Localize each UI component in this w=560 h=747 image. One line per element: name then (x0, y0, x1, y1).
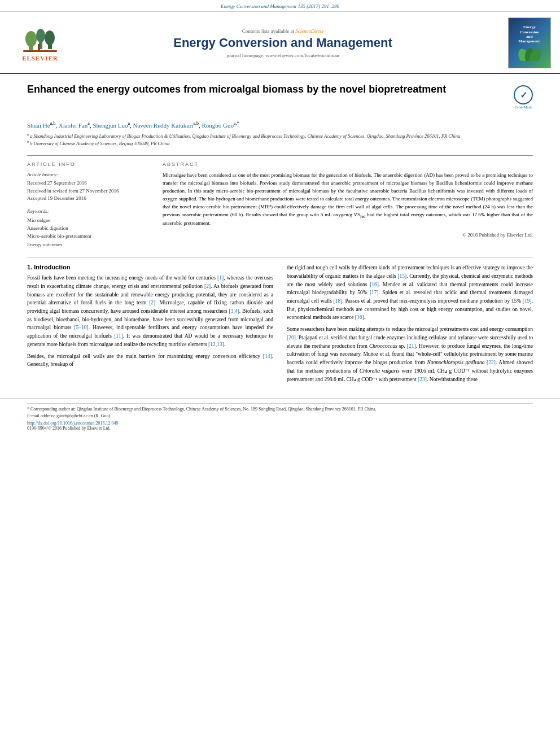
author-2[interactable]: Xiaolei Fan (59, 122, 88, 129)
ref-11[interactable]: [11] (114, 333, 123, 339)
crossmark-icon: ✓ (514, 85, 533, 104)
affiliation-a: a a Shandong Industrial Engineering Labo… (27, 132, 533, 140)
abstract-column: ABSTRACT Microalgae have been considered… (163, 161, 533, 248)
svg-point-3 (36, 29, 45, 42)
ref-2[interactable]: [2] (204, 283, 211, 289)
footer-divider (27, 403, 533, 404)
ref-1[interactable]: [1] (217, 275, 224, 281)
fed-subscript: fed (360, 214, 366, 219)
issn-line: 0196-8904/© 2016 Published by Elsevier L… (27, 426, 533, 431)
ref-14[interactable]: [14] (263, 353, 272, 359)
author-5[interactable]: Rongbo Guo (202, 122, 234, 129)
history-label: Article history: (27, 172, 151, 177)
article-title-section: Enhanced the energy outcomes from microa… (27, 83, 533, 114)
ref-21[interactable]: [21] (407, 343, 416, 349)
crossmark-badge: ✓ CrossMark (514, 85, 533, 110)
keyword-3: Micro-aerobic bio-pretreatment (27, 232, 151, 240)
corresponding-author-note: * Corresponding author at: Qingdao Insti… (27, 406, 533, 413)
journal-homepage: journal homepage: www.elsevier.com/locat… (71, 53, 495, 58)
journal-reference-bar: Energy Conversion and Management 135 (20… (0, 0, 560, 12)
elsevier-logo: ELSEVIER (22, 24, 58, 62)
author-4[interactable]: Naveen Reddy Katukuri (133, 122, 194, 129)
species-2: Nannochloropsis gaditana (427, 360, 484, 365)
journal-info-center: Contents lists available at ScienceDirec… (71, 28, 495, 58)
ref-16[interactable]: [16] (370, 282, 379, 287)
keywords-label: Keywords: (27, 208, 151, 214)
svg-rect-7 (38, 44, 40, 51)
author-3-sup: a (128, 121, 130, 126)
journal-cover-image: EnergyConversionandManagement (508, 18, 551, 68)
article-title: Enhanced the energy outcomes from microa… (27, 83, 507, 96)
body-divider (27, 257, 533, 258)
journal-title: Energy Conversion and Management (71, 36, 495, 50)
ref-5-10[interactable]: [5–10] (74, 325, 88, 330)
ref-3-4[interactable]: [3,4] (229, 308, 239, 314)
accepted-date: Accepted 19 December 2016 (27, 195, 151, 203)
species-3: Chlorella vulgaris (360, 368, 400, 374)
doi-link[interactable]: http://dx.doi.org/10.1016/j.enconman.201… (27, 421, 533, 426)
ref-22[interactable]: [22] (487, 360, 496, 365)
intro-para-1: Fossil fuels have been meeting the incre… (27, 274, 273, 348)
svg-point-5 (45, 30, 55, 45)
abstract-header: ABSTRACT (163, 161, 533, 167)
author-2-sup: a (88, 121, 90, 126)
email-note: E-mail address: guorb@qibebt.ac.cn (R. G… (27, 413, 533, 420)
ref-19[interactable]: [19] (523, 298, 532, 304)
intro-right-para-2: Some researchers have been making attemp… (287, 325, 533, 383)
article-info-column: ARTICLE INFO Article history: Received 2… (27, 161, 151, 248)
author-3[interactable]: Shengjun Luo (93, 122, 128, 129)
keywords-section: Keywords: Microalgae Anaerobic digestion… (27, 208, 151, 249)
journal-ref-text: Energy Conversion and Management 135 (20… (221, 3, 339, 9)
intro-para-2: Besides, the microalgal cell walls are t… (27, 352, 273, 369)
ref-2b[interactable]: [2] (149, 300, 155, 305)
keyword-4: Energy outcomes (27, 241, 151, 248)
main-content: Enhanced the energy outcomes from microa… (0, 74, 560, 398)
elsevier-text: ELSEVIER (22, 55, 58, 62)
ref-12-13[interactable]: [12,13] (208, 342, 224, 347)
body-right-column: the rigid and tough cell walls by differ… (287, 264, 533, 387)
article-info-abstract-section: ARTICLE INFO Article history: Received 2… (27, 155, 533, 248)
author-1[interactable]: Shuai He (27, 122, 50, 129)
ref-23[interactable]: [23] (418, 377, 427, 382)
ref-15[interactable]: [15] (397, 273, 406, 279)
received-revised-date: Received in revised form 27 November 201… (27, 187, 151, 195)
article-info-header: ARTICLE INFO (27, 161, 151, 167)
intro-right-para-1: the rigid and tough cell walls by differ… (287, 264, 533, 322)
cover-decoration (518, 45, 541, 61)
affiliation-b: b b University of Chinese Academy of Sci… (27, 139, 533, 147)
journal-header: ELSEVIER Contents lists available at Sci… (0, 12, 560, 74)
keyword-2: Anaerobic digestion (27, 224, 151, 232)
sciencedirect-link[interactable]: ScienceDirect (295, 28, 323, 34)
author-5-sup: a,* (234, 121, 239, 126)
intro-section-title: 1. Introduction (27, 264, 273, 270)
author-1-sup: a,b (50, 121, 56, 126)
elsevier-tree-icon (23, 24, 57, 54)
keyword-1: Microalgae (27, 216, 151, 224)
ref-18[interactable]: [18] (334, 298, 343, 304)
page-footer: * Corresponding author at: Qingdao Insti… (0, 398, 560, 435)
crossmark-label: CrossMark (514, 105, 532, 110)
journal-cover-area: EnergyConversionandManagement (495, 18, 551, 68)
ref-17[interactable]: [17] (370, 290, 379, 295)
species-1: Chroococcus (369, 343, 397, 349)
sciencedirect-line: Contents lists available at ScienceDirec… (71, 28, 495, 34)
affiliations: a a Shandong Industrial Engineering Labo… (27, 132, 533, 147)
copyright-line: © 2016 Published by Elsevier Ltd. (163, 232, 533, 238)
abstract-text: Microalgae have been considered as one o… (163, 172, 533, 228)
publisher-logo-area: ELSEVIER (9, 24, 71, 62)
received-date: Received 27 September 2016 (27, 180, 151, 187)
ref-16b[interactable]: [16] (355, 314, 364, 320)
body-left-column: 1. Introduction Fossil fuels have been m… (27, 264, 273, 387)
authors-line: Shuai Hea,b, Xiaolei Fana, Shengjun Luoa… (27, 121, 533, 129)
author-4-sup: a,b (193, 121, 199, 126)
body-content: 1. Introduction Fossil fuels have been m… (27, 264, 533, 387)
ref-20[interactable]: [20] (287, 335, 296, 340)
svg-point-1 (25, 31, 37, 47)
